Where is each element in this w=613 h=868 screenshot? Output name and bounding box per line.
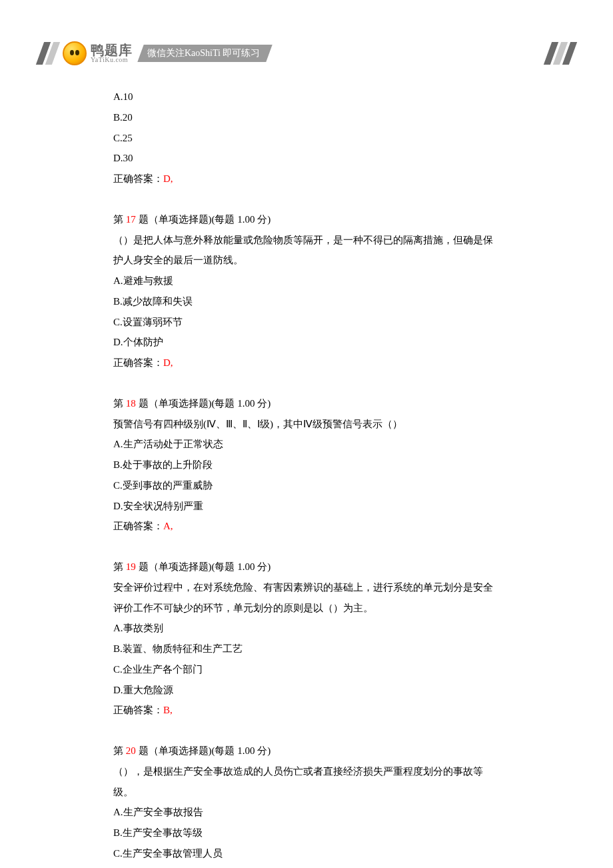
option-c: C.生产安全事故管理人员 (113, 843, 500, 864)
question-header: 第 17 题（单项选择题)(每题 1.00 分) (113, 209, 500, 230)
answer-label: 正确答案： (113, 705, 163, 715)
question-header: 第 18 题（单项选择题)(每题 1.00 分) (113, 393, 500, 414)
q-number: 18 (126, 398, 136, 409)
answer-line: 正确答案：A, (113, 516, 500, 537)
option-b: B.处于事故的上升阶段 (113, 455, 500, 475)
option-d: D.安全状况特别严重 (113, 496, 500, 517)
q-prefix: 第 (113, 745, 126, 756)
q-prefix: 第 (113, 561, 126, 572)
option-c: C.受到事故的严重威胁 (113, 475, 500, 496)
logo-cn: 鸭题库 (91, 43, 133, 57)
option-a: A.生产安全事故报告 (113, 802, 500, 823)
option-c: C.25 (113, 128, 500, 149)
q-suffix: 题（单项选择题)(每题 1.00 分) (136, 214, 271, 225)
option-b: B.减少故障和失误 (113, 291, 500, 312)
option-b: B.20 (113, 107, 500, 128)
option-c: C.设置薄弱环节 (113, 312, 500, 333)
option-a: A.事故类别 (113, 618, 500, 639)
answer-label: 正确答案： (113, 173, 163, 184)
question-text: （），是根据生产安全事故造成的人员伤亡或者直接经济损失严重程度划分的事故等级。 (113, 761, 500, 803)
q-suffix: 题（单项选择题)(每题 1.00 分) (136, 745, 271, 756)
logo-text: 鸭题库 YaTiKu.com (91, 43, 133, 63)
question-text: （）是把人体与意外释放能量或危险物质等隔开，是一种不得已的隔离措施，但确是保护人… (113, 230, 500, 271)
duck-icon (63, 41, 87, 65)
option-a: A.10 (113, 87, 500, 107)
content-area: A.10 B.20 C.25 D.30 正确答案：D, 第 17 题（单项选择题… (0, 87, 613, 868)
q-number: 20 (126, 745, 136, 756)
question-text: 预警信号有四种级别(Ⅳ、Ⅲ、Ⅱ、Ⅰ级)，其中Ⅳ级预警信号表示（） (113, 414, 500, 435)
option-d: D.个体防护 (113, 332, 500, 353)
question-header: 第 20 题（单项选择题)(每题 1.00 分) (113, 741, 500, 761)
option-a: A.生产活动处于正常状态 (113, 434, 500, 455)
option-b: B.生产安全事故等级 (113, 823, 500, 843)
option-d: D.重大危险源 (113, 680, 500, 701)
q-suffix: 题（单项选择题)(每题 1.00 分) (136, 398, 271, 409)
site-logo: 鸭题库 YaTiKu.com (63, 41, 133, 65)
answer-value: B, (163, 705, 173, 715)
option-d: D.30 (113, 148, 500, 169)
question-header: 第 19 题（单项选择题)(每题 1.00 分) (113, 557, 500, 577)
answer-value: D, (163, 357, 173, 368)
q-number: 19 (126, 561, 136, 572)
q-prefix: 第 (113, 214, 126, 225)
answer-label: 正确答案： (113, 357, 163, 368)
option-a: A.避难与救援 (113, 271, 500, 291)
question-block-18: 第 18 题（单项选择题)(每题 1.00 分) 预警信号有四种级别(Ⅳ、Ⅲ、Ⅱ… (113, 393, 500, 537)
answer-line: 正确答案：D, (113, 169, 500, 189)
question-block-17: 第 17 题（单项选择题)(每题 1.00 分) （）是把人体与意外释放能量或危… (113, 209, 500, 373)
q-number: 17 (126, 214, 136, 225)
header-stripes-right (548, 42, 573, 65)
q-prefix: 第 (113, 398, 126, 409)
header-stripes-left (40, 42, 56, 65)
answer-line: 正确答案：B, (113, 700, 500, 721)
question-block-20: 第 20 题（单项选择题)(每题 1.00 分) （），是根据生产安全事故造成的… (113, 741, 500, 868)
header-banner: 微信关注KaoShiTi 即可练习 (137, 45, 273, 62)
answer-value: D, (163, 173, 173, 184)
option-c: C.企业生产各个部门 (113, 659, 500, 680)
logo-en: YaTiKu.com (91, 57, 133, 63)
page-header: 鸭题库 YaTiKu.com 微信关注KaoShiTi 即可练习 (0, 40, 613, 67)
answer-value: A, (163, 521, 173, 531)
answer-line: 正确答案：D, (113, 353, 500, 373)
answer-label: 正确答案： (113, 521, 163, 531)
banner-text: 微信关注KaoShiTi 即可练习 (147, 47, 260, 59)
option-d: D.生产安全事故发生几率 (113, 864, 500, 869)
question-block-19: 第 19 题（单项选择题)(每题 1.00 分) 安全评价过程中，在对系统危险、… (113, 557, 500, 721)
option-b: B.装置、物质特征和生产工艺 (113, 639, 500, 659)
q-suffix: 题（单项选择题)(每题 1.00 分) (136, 561, 271, 572)
question-block-partial: A.10 B.20 C.25 D.30 正确答案：D, (113, 87, 500, 189)
question-text: 安全评价过程中，在对系统危险、有害因素辨识的基础上，进行系统的单元划分是安全评价… (113, 577, 500, 619)
